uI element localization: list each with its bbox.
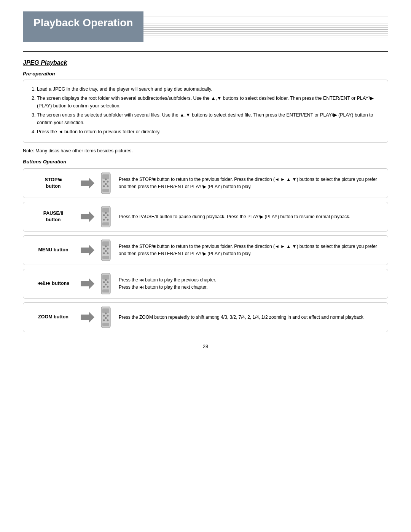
stripe-line [143,31,388,32]
svg-rect-49 [102,323,109,326]
stripe-line [143,24,388,24]
op-row: MENU button Press the STOP/■ button to r… [23,235,388,265]
arrow-box [78,312,97,323]
page-title: Playback Operation [33,17,133,29]
svg-point-35 [105,284,107,286]
stripe-line [143,35,388,35]
svg-point-26 [103,252,105,254]
svg-point-7 [107,185,108,187]
op-description: Press the ⏮ button to play the previous … [119,276,382,291]
svg-point-37 [107,286,108,288]
op-row: STOP/■ button Press the STOP/■ button to… [23,168,388,198]
pre-operation-title: Pre-operation [23,71,388,77]
info-box: Load a JPEG in the disc tray, and the pl… [23,80,388,143]
svg-rect-22 [102,241,109,246]
pre-op-item: The screen enters the selected subfolder… [37,111,381,126]
op-row: PAUSE/II button Press the PAUSE/II butto… [23,202,388,232]
arrow-icon [81,211,94,222]
svg-point-44 [107,315,108,317]
stripe-line [143,16,388,16]
svg-point-28 [105,246,107,248]
device-svg [99,307,113,328]
page: Playback Operation JPEG Playback Pre-ope… [0,0,411,532]
svg-rect-2 [102,174,109,179]
stripe-line [143,20,388,20]
op-description: Press the STOP/■ button to return to the… [119,176,382,190]
svg-rect-19 [102,222,109,225]
device-svg [99,273,113,294]
stripe-line [143,37,388,37]
svg-point-46 [103,320,105,321]
op-label: ZOOM button [29,314,78,321]
svg-point-27 [107,252,108,254]
stripe-line [143,18,388,18]
jpeg-playback-title: JPEG Playback [23,59,388,66]
svg-point-25 [105,250,107,252]
op-description: Press the STOP/■ button to return to the… [119,243,382,257]
page-number: 28 [23,343,388,349]
svg-marker-10 [81,211,94,222]
pre-op-item: Press the ◄ button to return to previous… [37,128,381,136]
svg-rect-42 [102,308,109,313]
svg-point-17 [107,219,108,221]
device-image [97,240,114,261]
stripe-line [143,33,388,34]
svg-rect-32 [102,275,109,280]
svg-rect-9 [102,189,109,192]
header-section: Playback Operation [23,11,388,42]
arrow-box [78,278,97,289]
pre-op-item: Load a JPEG in the disc tray, and the pl… [37,85,381,93]
stripe-line [143,22,388,22]
stripe-line [143,27,388,28]
divider-line [23,51,388,52]
operations-container: STOP/■ button Press the STOP/■ button to… [23,168,388,332]
svg-marker-20 [81,245,94,256]
svg-point-47 [107,320,108,321]
device-svg [99,173,113,194]
svg-point-8 [105,179,107,181]
svg-rect-39 [102,289,109,292]
svg-point-33 [103,281,105,283]
arrow-box [78,245,97,256]
pre-op-item: The screen displays the root folder with… [37,94,381,110]
op-description: Press the PAUSE/II button to pause durin… [119,213,382,220]
svg-point-34 [107,281,108,283]
svg-marker-40 [81,312,94,323]
arrow-icon [81,178,94,189]
svg-point-36 [103,286,105,288]
svg-point-45 [105,317,107,319]
device-image [97,307,114,328]
stripe-line [143,29,388,30]
svg-point-5 [105,183,107,185]
op-label: STOP/■ button [29,177,78,190]
svg-point-3 [103,181,105,183]
device-image [97,173,114,194]
svg-point-18 [105,212,107,214]
op-label: MENU button [29,247,78,254]
pre-op-list: Load a JPEG in the disc tray, and the pl… [30,85,381,136]
svg-point-38 [105,279,107,281]
device-image [97,206,114,227]
title-box: Playback Operation [23,11,143,42]
svg-point-13 [103,214,105,216]
svg-point-6 [103,185,105,187]
op-row: ZOOM button Press the ZOOM button repeat… [23,302,388,332]
stripe-line [143,26,388,26]
device-image [97,273,114,294]
svg-point-16 [103,219,105,221]
device-svg [99,206,113,227]
buttons-operation-title: Buttons Operation [23,159,388,165]
device-svg [99,240,113,261]
svg-point-4 [107,181,108,183]
op-label: PAUSE/II button [29,210,78,224]
svg-point-14 [107,214,108,216]
stripe-area [143,11,388,42]
svg-marker-30 [81,278,94,289]
op-label: ⏮&⏭ buttons [29,280,78,287]
arrow-box [78,211,97,222]
arrow-icon [81,312,94,323]
svg-point-24 [107,248,108,250]
svg-point-23 [103,248,105,250]
op-description: Press the ZOOM button repeatedly to shif… [119,314,382,321]
svg-rect-29 [102,256,109,259]
